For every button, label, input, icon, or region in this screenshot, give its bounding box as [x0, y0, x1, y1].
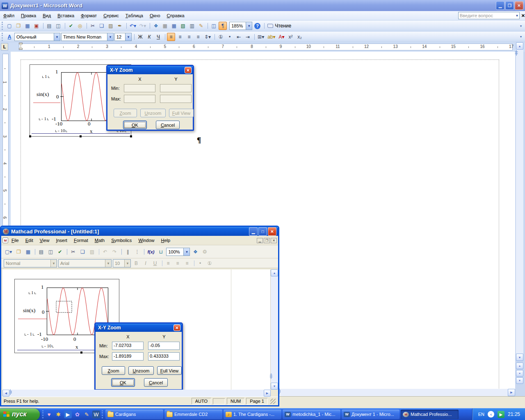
mathcad-horizontal-scrollbar[interactable]: ◀ ▶ [2, 390, 271, 397]
align-regions-across-icon[interactable]: ∥ [123, 248, 132, 256]
tab-selector[interactable]: L [1, 43, 8, 50]
open-folder-icon[interactable]: ❐ [14, 248, 23, 256]
zoom-button[interactable]: Zoom [114, 109, 137, 117]
new-worksheet-icon[interactable]: ▢▾ [4, 248, 13, 256]
font-size-combobox[interactable]: 10▾ [113, 259, 131, 267]
menu-item[interactable]: Окно [146, 11, 164, 20]
scroll-up-icon[interactable]: ▲ [271, 269, 278, 276]
drawing-icon[interactable]: ✎ [197, 22, 205, 30]
horizontal-ruler[interactable]: 1234567891011121314151617 [0, 42, 525, 52]
cut-icon[interactable]: ✂ [69, 248, 77, 256]
selection-handle[interactable] [29, 135, 31, 137]
justify-icon[interactable]: ≡ [194, 33, 202, 41]
quick-launch-word-icon[interactable]: W [92, 411, 100, 418]
menu-item[interactable]: Вид [39, 11, 54, 20]
menu-item[interactable]: Window [135, 236, 158, 244]
font-combobox[interactable]: Times New Roman▾ [61, 33, 114, 41]
menu-item[interactable]: Math [91, 236, 108, 244]
selection-handle[interactable] [130, 135, 132, 137]
underline-icon[interactable]: Ч [154, 33, 162, 41]
font-combobox[interactable]: Arial▾ [58, 259, 112, 267]
insert-function-icon[interactable]: f(x) [146, 248, 155, 256]
insert-unit-icon[interactable]: ⊔ [157, 248, 165, 256]
close-window-icon[interactable]: ✕ [521, 13, 525, 18]
hide-icons-chevron-icon[interactable]: ‹ [488, 411, 494, 418]
cut-icon[interactable]: ✂ [89, 22, 97, 30]
taskbar-task-button[interactable]: ♪1. The Cardigans -... [224, 410, 281, 419]
menu-item[interactable]: Insert [52, 236, 71, 244]
qu ick-launch-icon-4[interactable]: ✿ [73, 411, 81, 418]
menu-item[interactable]: Format [71, 236, 91, 244]
help-icon[interactable]: ? [253, 22, 262, 30]
reading-mode-button[interactable]: Чтение [266, 22, 292, 30]
mathcad-worksheet[interactable]: sin(x) 1 1 0 -1 - 1 -10 0 10 - 10 x 10 [2, 269, 271, 390]
menu-item[interactable]: Help [158, 236, 174, 244]
undo-icon[interactable]: ↶▾ [128, 22, 137, 30]
permission-icon[interactable]: ▣ [32, 22, 41, 30]
resize-grip[interactable] [270, 399, 276, 404]
insert-excel-worksheet-icon[interactable]: ▧ [179, 22, 187, 30]
chevron-down-icon[interactable]: ▾ [50, 260, 57, 267]
menu-item[interactable]: Edit [22, 236, 37, 244]
toolbar-grip[interactable] [42, 410, 43, 418]
restore-icon[interactable]: ❐ [505, 1, 514, 10]
print-preview-icon[interactable]: ◫ [46, 248, 55, 256]
align-right-icon[interactable]: ≡ [185, 33, 193, 41]
select-browse-object-icon[interactable]: ● [516, 370, 523, 377]
insert-hyperlink-icon[interactable]: ❖ [152, 22, 160, 30]
taskbar-task-button[interactable]: Cardigans [105, 410, 163, 419]
align-center-icon[interactable]: ≡ [176, 33, 184, 41]
toolbar-options-icon[interactable]: ▾ [518, 36, 523, 38]
font-color-icon[interactable]: А▾ [278, 33, 286, 41]
print-icon[interactable]: ▤ [45, 22, 53, 30]
scrollbar-thumb[interactable] [516, 50, 517, 56]
underline-icon[interactable]: U [151, 259, 159, 267]
chevron-down-icon[interactable]: ▾ [105, 260, 111, 267]
subscript-icon[interactable]: x₂ [296, 33, 304, 41]
paste-icon[interactable]: ▨ [107, 22, 115, 30]
increase-indent-icon[interactable]: ⇥ [244, 33, 252, 41]
cancel-button[interactable]: Cancel [144, 378, 168, 387]
menu-item[interactable]: Справка [164, 11, 188, 20]
chevron-down-icon[interactable]: ▾ [125, 33, 131, 41]
numbered-list-icon[interactable]: ① [217, 33, 225, 41]
browse-previous-icon[interactable]: ▲ [516, 363, 523, 369]
menu-item[interactable]: Symbolics [108, 236, 135, 244]
max-y-field[interactable]: 0.433333 [148, 352, 180, 361]
align-left-icon[interactable]: ≡ [164, 259, 172, 267]
print-preview-icon[interactable]: ◫ [54, 22, 62, 30]
styles-and-formatting-icon[interactable]: А [5, 33, 14, 41]
mdi-restore-icon[interactable]: ❐ [264, 238, 270, 243]
toolbar-options-icon[interactable]: ▾ [518, 25, 523, 27]
bold-icon[interactable]: B [132, 259, 140, 267]
resource-center-icon[interactable]: ❂ [201, 248, 209, 256]
minimize-icon[interactable]: ▁ [496, 1, 504, 10]
bullet-list-icon[interactable]: • [196, 259, 204, 267]
full-view-button[interactable]: Full View [169, 109, 194, 117]
selection-handle[interactable] [80, 135, 82, 137]
numbered-list-icon[interactable]: ① [205, 259, 214, 267]
check-spelling-icon[interactable]: ✔ [56, 248, 64, 256]
menu-item[interactable]: Файл [0, 11, 18, 20]
redo-icon[interactable]: ↷ [110, 248, 119, 256]
chevron-down-icon[interactable]: ▾ [107, 33, 113, 41]
tables-and-borders-icon[interactable]: ▦ [161, 22, 169, 30]
toolbar-grip[interactable] [2, 33, 3, 41]
align-right-icon[interactable]: ≡ [183, 259, 191, 267]
min-y-field[interactable]: -0.05 [148, 342, 180, 350]
browse-next-icon[interactable]: ▼ [516, 377, 523, 384]
ok-button[interactable]: OK [123, 121, 147, 129]
menu-item[interactable]: Правка [18, 11, 39, 20]
min-x-field[interactable]: -7.02703 [112, 342, 144, 350]
ok-button[interactable]: OK [111, 378, 135, 387]
chevron-down-icon[interactable]: ▾ [183, 248, 189, 256]
menu-item[interactable]: Сервис [100, 11, 122, 20]
mdi-minimize-icon[interactable]: ▁ [257, 238, 263, 243]
menu-item[interactable]: View [37, 236, 53, 244]
unzoom-button[interactable]: Unzoom [128, 366, 154, 375]
chevron-down-icon[interactable]: ▾ [124, 260, 130, 267]
scroll-left-icon[interactable]: ◀ [2, 390, 9, 397]
show-formatting-marks-icon[interactable]: ¶ [219, 22, 227, 30]
print-icon[interactable]: ▤ [37, 248, 45, 256]
scroll-down-icon[interactable]: ▼ [516, 354, 523, 361]
